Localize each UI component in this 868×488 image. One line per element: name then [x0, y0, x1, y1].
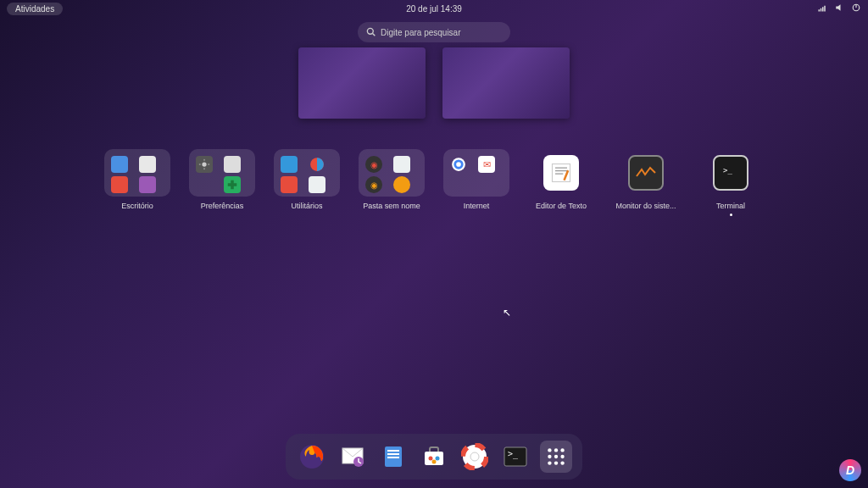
svg-rect-2 [822, 7, 824, 11]
mini-app-icon [139, 176, 156, 193]
svg-point-36 [560, 455, 564, 458]
dock-software[interactable] [418, 441, 450, 473]
app-label: Internet [442, 202, 510, 210]
folder-icon [274, 149, 340, 197]
apps-grid-icon [545, 446, 567, 468]
mini-app-icon [478, 176, 495, 193]
svg-line-7 [373, 33, 376, 36]
mini-app-icon [139, 156, 156, 173]
activities-button[interactable]: Atividades [7, 3, 63, 15]
svg-text:>_: >_ [723, 166, 732, 175]
folder-escritorio[interactable]: Escritório [103, 149, 171, 216]
mini-app-icon: ◉ [365, 156, 382, 173]
cursor-icon: ↖ [503, 307, 511, 319]
mini-app-icon [309, 156, 326, 173]
dock-terminal[interactable]: >_ [499, 441, 531, 473]
svg-rect-0 [819, 9, 821, 11]
clock[interactable]: 20 de jul 14:39 [406, 4, 462, 14]
svg-point-25 [432, 460, 437, 464]
system-tray[interactable] [817, 3, 861, 14]
mini-app-icon: ◉ [365, 176, 382, 193]
svg-text:>_: >_ [508, 449, 519, 459]
watermark-logo: D [839, 459, 861, 481]
dock-show-apps[interactable] [540, 441, 572, 473]
workspace-2[interactable] [442, 47, 570, 119]
svg-rect-3 [824, 6, 826, 12]
svg-point-34 [548, 455, 551, 458]
dock: >_ [286, 434, 582, 480]
app-grid: Escritório Preferências Utilitários ◉ ◉ … [103, 149, 765, 216]
dock-help[interactable] [459, 441, 491, 473]
mini-app-icon [450, 156, 467, 173]
mini-app-icon [309, 176, 326, 193]
app-label: Preferências [188, 202, 256, 210]
mini-app-icon [224, 156, 241, 173]
mini-app-icon [196, 156, 213, 173]
svg-point-28 [470, 452, 479, 461]
mini-app-icon [393, 156, 410, 173]
folder-icon: ◉ ◉ [359, 149, 425, 197]
search-placeholder: Digite para pesquisar [381, 28, 461, 37]
app-label: Pasta sem nome [358, 202, 426, 210]
app-label: Editor de Texto [527, 202, 595, 210]
terminal-icon: >_ [720, 164, 742, 181]
firefox-icon [298, 443, 326, 470]
svg-point-35 [554, 455, 558, 458]
svg-point-8 [202, 162, 206, 166]
mini-app-icon [450, 176, 467, 193]
app-icon [613, 149, 679, 197]
svg-rect-20 [387, 453, 399, 455]
folder-internet[interactable]: ✉ Internet [442, 149, 510, 216]
search-bar[interactable]: Digite para pesquisar [358, 22, 510, 42]
mini-app-icon [393, 176, 410, 193]
svg-point-24 [436, 457, 440, 461]
running-indicator [730, 214, 732, 216]
search-icon [366, 27, 376, 38]
dock-firefox[interactable] [296, 441, 328, 473]
mini-app-icon [111, 156, 128, 173]
mini-app-icon [281, 176, 298, 193]
app-label: Utilitários [273, 202, 341, 210]
svg-point-12 [456, 162, 461, 167]
power-icon[interactable] [851, 3, 861, 14]
workspace-1[interactable] [298, 47, 426, 119]
folder-icon [104, 149, 170, 197]
terminal-icon: >_ [502, 443, 529, 470]
mini-app-icon [224, 176, 241, 193]
dock-evolution[interactable] [337, 441, 369, 473]
app-icon: >_ [698, 149, 764, 197]
mini-app-icon [111, 176, 128, 193]
svg-point-6 [367, 28, 373, 34]
svg-point-33 [560, 448, 564, 452]
folder-icon: ✉ [443, 149, 509, 197]
network-icon[interactable] [817, 3, 827, 14]
svg-rect-21 [387, 457, 399, 458]
system-monitor-icon [635, 164, 657, 181]
svg-point-38 [554, 461, 558, 464]
top-bar: Atividades 20 de jul 14:39 [0, 0, 868, 17]
app-label: Terminal [697, 202, 765, 210]
volume-icon[interactable] [834, 3, 844, 14]
folder-pasta-sem-nome[interactable]: ◉ ◉ Pasta sem nome [358, 149, 426, 216]
folder-preferencias[interactable]: Preferências [188, 149, 256, 216]
app-label: Escritório [103, 202, 171, 210]
help-icon [461, 443, 488, 470]
app-label: Monitor do siste... [612, 202, 680, 210]
mini-app-icon: ✉ [478, 156, 495, 173]
svg-point-23 [429, 457, 433, 461]
svg-point-31 [548, 448, 551, 452]
svg-rect-1 [821, 8, 822, 12]
mini-app-icon [196, 176, 213, 193]
app-editor-de-texto[interactable]: Editor de Texto [527, 149, 595, 216]
app-monitor-do-sistema[interactable]: Monitor do siste... [612, 149, 680, 216]
software-icon [420, 443, 448, 470]
app-terminal[interactable]: >_ Terminal [697, 149, 765, 216]
files-icon [380, 443, 407, 470]
text-editor-icon [549, 161, 573, 185]
folder-utilitarios[interactable]: Utilitários [273, 149, 341, 216]
svg-point-39 [560, 461, 564, 464]
dock-files[interactable] [377, 441, 409, 473]
folder-icon [189, 149, 255, 197]
svg-rect-19 [387, 450, 399, 452]
mini-app-icon [281, 156, 298, 173]
